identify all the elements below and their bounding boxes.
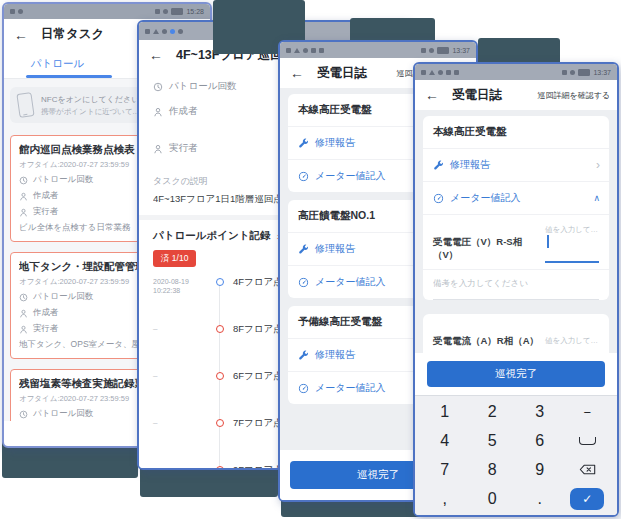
- wrench-icon: [433, 160, 444, 171]
- field-creator: 作成者: [33, 190, 59, 202]
- wrench-icon: [298, 138, 309, 149]
- focused-underline: [545, 261, 599, 263]
- timeline-timestamp-empty: –: [153, 371, 205, 382]
- status-bar: 15:28: [4, 4, 210, 19]
- backspace-icon: [579, 464, 596, 475]
- sim-icon: [421, 70, 426, 75]
- key-6[interactable]: 6: [516, 427, 564, 456]
- key-space[interactable]: [564, 427, 612, 456]
- page-title: 受電日誌: [452, 87, 502, 104]
- voltage-placeholder: 値を入力して…: [545, 225, 598, 235]
- back-icon[interactable]: ←: [14, 28, 28, 42]
- field-patrol-count: パトロール回数: [33, 408, 93, 420]
- nfc-phone-icon: [16, 92, 34, 118]
- key-minus[interactable]: −: [564, 398, 612, 427]
- patrol-complete-label: 巡視完了: [495, 367, 537, 381]
- status-time: 13:37: [452, 47, 470, 54]
- sim-icon: [286, 48, 291, 53]
- tab-active-indicator: [26, 75, 112, 78]
- field-executor: 実行者: [169, 142, 198, 155]
- meter-entry-label: メーター値記入: [450, 191, 520, 205]
- key-5[interactable]: 5: [469, 427, 517, 456]
- current-placeholder: 値を入力して…: [545, 336, 598, 346]
- person-icon: [19, 309, 28, 318]
- signal-icon: [153, 29, 159, 34]
- notification-icon: [18, 9, 23, 14]
- patrol-complete-label: 巡視完了: [357, 468, 399, 482]
- field-creator: 作成者: [169, 105, 198, 118]
- person-icon: [19, 325, 28, 334]
- timeline-dot-pending: [216, 466, 224, 470]
- meter-icon: [298, 277, 309, 288]
- nfc-status-icon: [454, 70, 459, 75]
- field-patrol-count: パトロール回数: [33, 174, 93, 186]
- key-backspace[interactable]: [564, 456, 612, 485]
- timeline-dot-done: [216, 278, 224, 286]
- repair-report-label: 修理報告: [315, 242, 355, 256]
- phone-meter-entry-form: 13:37 ← 受電日誌 巡回詳細を確認する 本線高圧受電盤 修理報告 › メー…: [413, 62, 619, 517]
- key-4[interactable]: 4: [421, 427, 469, 456]
- meter-icon: [298, 383, 309, 394]
- meter-icon: [433, 193, 444, 204]
- sync-icon: [178, 29, 183, 34]
- alarm-icon: [421, 48, 426, 53]
- field-executor: 実行者: [33, 323, 59, 335]
- patrol-complete-button[interactable]: 巡視完了: [427, 361, 605, 387]
- key-1[interactable]: 1: [421, 398, 469, 427]
- page-title: 受電日誌: [317, 65, 367, 82]
- key-0[interactable]: 0: [469, 484, 517, 513]
- battery-icon: [437, 47, 449, 54]
- field-executor: 実行者: [33, 206, 59, 218]
- key-comma[interactable]: ,: [421, 484, 469, 513]
- wifi-icon: [162, 29, 167, 34]
- location-icon: [170, 29, 175, 34]
- clock-icon: [153, 82, 163, 92]
- status-bar: 13:37: [415, 64, 617, 80]
- nfc-status-icon: [319, 48, 324, 53]
- repair-report-label: 修理報告: [315, 136, 355, 150]
- key-8[interactable]: 8: [469, 456, 517, 485]
- clock-icon: [19, 176, 28, 185]
- back-icon[interactable]: ←: [425, 88, 439, 102]
- remark-field-row[interactable]: 備考を入力してください: [423, 270, 609, 300]
- voltage-input[interactable]: 値を入力して…: [545, 223, 599, 269]
- wifi-icon: [303, 48, 308, 53]
- meter-entry-label: メーター値記入: [315, 275, 385, 289]
- meter-icon: [298, 171, 309, 182]
- notification-icon: [10, 9, 15, 14]
- field-patrol-count: パトロール回数: [33, 291, 93, 303]
- repair-report-link[interactable]: 修理報告 ›: [423, 149, 609, 182]
- clock-icon: [19, 293, 28, 302]
- status-time: 15:28: [186, 8, 204, 15]
- repair-report-label: 修理報告: [450, 158, 490, 172]
- timeline-timestamp-empty: –: [153, 324, 205, 335]
- key-3[interactable]: 3: [516, 398, 564, 427]
- page-title: 日常タスク: [41, 26, 104, 43]
- key-2[interactable]: 2: [469, 398, 517, 427]
- timeline-timestamp-empty: –: [153, 418, 205, 429]
- caret-up-icon: ∧: [593, 194, 600, 203]
- back-icon[interactable]: ←: [149, 48, 163, 62]
- patrol-point-record-title: パトロールポイント記録: [153, 229, 270, 243]
- timeline-timestamp-empty: –: [153, 465, 205, 470]
- tab-patrol[interactable]: パトロール: [4, 50, 111, 78]
- key-confirm[interactable]: ✓: [564, 484, 612, 513]
- status-bar: 13:37: [280, 42, 476, 58]
- space-icon: [579, 437, 596, 445]
- meter-entry-label: メーター値記入: [315, 381, 385, 395]
- signal-icon: [294, 48, 300, 53]
- person-icon: [19, 192, 28, 201]
- meter-entry-link[interactable]: メーター値記入 ∧: [423, 182, 609, 215]
- timeline-dot-pending: [216, 325, 224, 333]
- key-period[interactable]: .: [516, 484, 564, 513]
- back-icon[interactable]: ←: [290, 66, 304, 80]
- wifi-icon: [438, 70, 443, 75]
- timeline-dot-pending: [216, 419, 224, 427]
- alarm-icon: [163, 9, 168, 14]
- tab-patrol-label: パトロール: [31, 57, 84, 71]
- key-9[interactable]: 9: [516, 456, 564, 485]
- check-icon: ✓: [570, 488, 604, 510]
- patrol-detail-link[interactable]: 巡回詳細を確認する: [537, 90, 610, 101]
- person-icon: [153, 107, 163, 117]
- key-7[interactable]: 7: [421, 456, 469, 485]
